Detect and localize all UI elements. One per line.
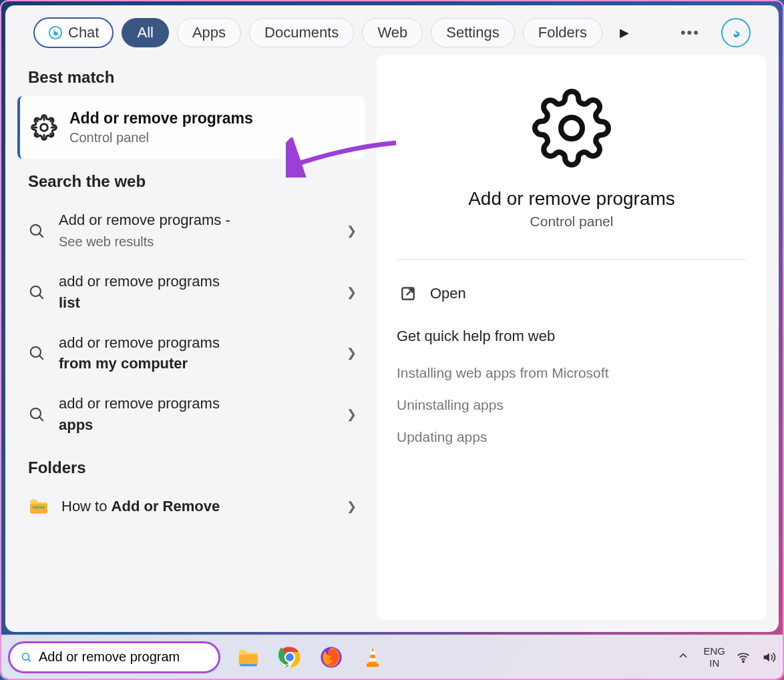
folder-icon — [28, 498, 49, 515]
best-match-result[interactable]: Add or remove programs Control panel — [17, 96, 365, 159]
chevron-right-icon: ❯ — [347, 499, 357, 514]
tab-web[interactable]: Web — [362, 18, 423, 47]
svg-line-7 — [39, 356, 43, 360]
tab-apps[interactable]: Apps — [177, 18, 241, 47]
web-result-text: Add or remove programs - See web results — [59, 210, 347, 252]
results-left-column: Best match Add or remove programs Contro… — [17, 55, 365, 620]
gear-icon — [31, 114, 57, 141]
result-detail-pane: Add or remove programs Control panel Ope… — [377, 55, 767, 620]
search-icon — [28, 406, 45, 423]
chevron-right-icon: ❯ — [347, 285, 357, 300]
tab-folders[interactable]: Folders — [523, 18, 602, 47]
best-match-heading: Best match — [17, 55, 365, 96]
open-label: Open — [430, 285, 466, 302]
help-link[interactable]: Updating apps — [397, 421, 747, 453]
taskbar-pinned-apps — [235, 644, 386, 671]
svg-point-2 — [31, 225, 41, 235]
svg-rect-23 — [367, 663, 379, 667]
chevron-right-icon: ❯ — [347, 224, 357, 238]
best-match-text: Add or remove programs Control panel — [69, 109, 253, 145]
web-result[interactable]: Add or remove programs - See web results… — [17, 200, 365, 262]
web-result-text: add or remove programs list — [59, 271, 347, 314]
detail-title: Add or remove programs — [468, 188, 675, 210]
bing-icon — [48, 25, 63, 40]
bing-logo-icon — [727, 24, 745, 41]
open-action[interactable]: Open — [397, 280, 747, 308]
chevron-right-icon: ❯ — [347, 346, 357, 360]
help-link[interactable]: Uninstalling apps — [397, 389, 747, 421]
svg-point-1 — [41, 124, 48, 131]
file-explorer-icon[interactable] — [235, 644, 262, 671]
taskbar-search-box[interactable] — [8, 641, 220, 673]
filter-tabs-row: Chat All Apps Documents Web Settings Fol… — [5, 5, 779, 55]
svg-line-15 — [28, 659, 31, 661]
svg-point-24 — [743, 661, 744, 662]
language-indicator[interactable]: ENG IN — [703, 645, 725, 669]
search-icon — [28, 284, 45, 301]
web-result-text: add or remove programs from my computer — [59, 332, 347, 375]
search-results-panel: Chat All Apps Documents Web Settings Fol… — [5, 5, 779, 632]
open-external-icon — [399, 285, 417, 302]
svg-point-6 — [31, 347, 41, 357]
detail-subtitle: Control panel — [530, 214, 614, 230]
tab-settings[interactable]: Settings — [431, 18, 515, 47]
wifi-icon[interactable] — [736, 650, 751, 665]
tab-all[interactable]: All — [122, 18, 168, 47]
svg-point-12 — [561, 117, 582, 139]
quick-help-heading: Get quick help from web — [397, 328, 747, 345]
volume-icon[interactable] — [761, 650, 776, 665]
more-options-icon[interactable]: ••• — [671, 20, 709, 45]
vlc-icon[interactable] — [359, 644, 386, 671]
results-content: Best match Add or remove programs Contro… — [5, 55, 779, 632]
search-icon — [28, 344, 45, 362]
svg-rect-10 — [30, 504, 47, 513]
chevron-right-icon: ❯ — [347, 407, 357, 422]
divider — [397, 259, 747, 260]
tray-overflow-icon[interactable] — [674, 647, 693, 667]
tab-documents[interactable]: Documents — [249, 18, 354, 47]
svg-rect-17 — [240, 663, 257, 666]
folder-result-text: How to Add or Remove — [61, 496, 347, 517]
taskbar: ENG IN — [1, 635, 783, 679]
chat-button[interactable]: Chat — [33, 17, 114, 48]
svg-rect-11 — [33, 506, 45, 508]
web-result[interactable]: add or remove programs from my computer … — [17, 323, 365, 384]
web-result-text: add or remove programs apps — [59, 393, 347, 436]
tabs-scroll-right-icon[interactable]: ▶ — [613, 21, 636, 44]
web-result[interactable]: add or remove programs apps ❯ — [17, 384, 365, 445]
folders-heading: Folders — [17, 445, 365, 486]
svg-rect-16 — [239, 654, 258, 665]
svg-line-9 — [39, 417, 43, 421]
taskbar-system-tray: ENG IN — [674, 645, 776, 669]
svg-point-14 — [22, 653, 29, 659]
taskbar-search-input[interactable] — [39, 649, 208, 665]
firefox-icon[interactable] — [318, 644, 345, 671]
best-match-subtitle: Control panel — [69, 130, 253, 145]
gear-icon — [532, 88, 612, 168]
svg-point-4 — [31, 286, 41, 296]
svg-point-8 — [31, 408, 41, 418]
best-match-title: Add or remove programs — [69, 109, 253, 127]
chrome-icon[interactable] — [276, 644, 303, 671]
search-icon — [21, 650, 32, 665]
search-icon — [28, 222, 45, 240]
chat-label: Chat — [68, 24, 99, 41]
search-web-heading: Search the web — [17, 159, 365, 200]
help-link[interactable]: Installing web apps from Microsoft — [397, 357, 747, 389]
folder-result[interactable]: How to Add or Remove ❯ — [17, 486, 365, 527]
svg-line-5 — [39, 294, 43, 298]
bing-button[interactable] — [721, 18, 751, 47]
web-result[interactable]: add or remove programs list ❯ — [17, 262, 365, 323]
svg-line-3 — [39, 234, 43, 238]
